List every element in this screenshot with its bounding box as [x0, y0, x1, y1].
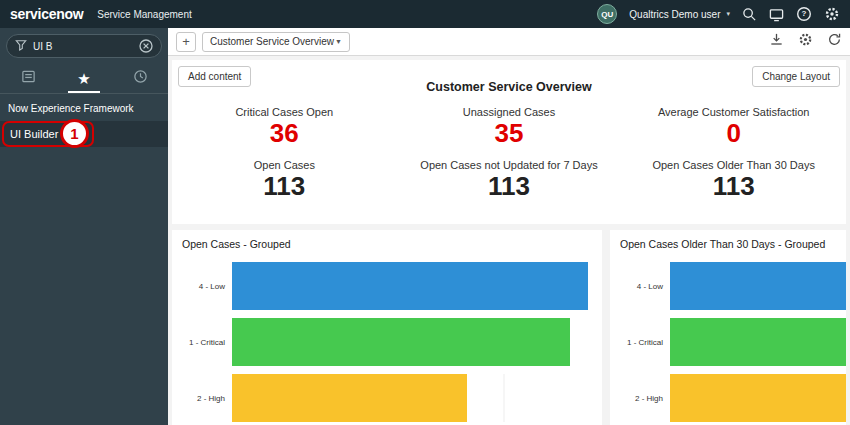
annotation-badge: 1 [60, 119, 89, 148]
kpi-value: 36 [172, 119, 397, 148]
kpi-label: Critical Cases Open [172, 106, 397, 118]
chart-track [232, 262, 594, 310]
bar[interactable] [232, 318, 570, 366]
user-name[interactable]: Qualtrics Demo user [629, 9, 720, 20]
chart-row: 4 - Low [180, 258, 594, 314]
sidebar-item-ui-builder[interactable]: UI Builder ↗ 1 [0, 121, 168, 147]
bar[interactable] [670, 318, 846, 366]
chart-plot-area: 4 - Low1 - Critical2 - High [180, 258, 594, 425]
kpi-value: 0 [621, 119, 846, 148]
category-label: 4 - Low [618, 282, 670, 291]
category-label: 2 - High [618, 394, 670, 403]
chart-track [670, 318, 846, 366]
bar[interactable] [232, 262, 588, 310]
tab-favorites[interactable]: ★ [56, 64, 112, 93]
servicenow-logo[interactable]: servicenow [10, 6, 83, 22]
dashboard-settings-gear-icon[interactable] [798, 32, 813, 51]
logo-now-text: now [56, 6, 83, 22]
search-icon[interactable] [742, 7, 757, 22]
kpi-value: 35 [397, 119, 622, 148]
refresh-icon[interactable] [827, 32, 842, 51]
kpi-label: Open Cases [172, 159, 397, 171]
help-question-glyph: ? [796, 9, 812, 18]
bar[interactable] [670, 262, 846, 310]
clear-search-icon[interactable] [139, 39, 153, 53]
kpi-label: Open Cases Older Than 30 Days [621, 159, 846, 171]
chart-track [232, 318, 594, 366]
kpi-value: 113 [172, 172, 397, 201]
sidebar: ★ Now Experience Framework UI Builder ↗ … [0, 28, 168, 425]
kpi-label: Unassigned Cases [397, 106, 622, 118]
kpi-critical-cases-open[interactable]: Critical Cases Open 36 [172, 106, 397, 148]
chevron-down-icon: ▼ [335, 38, 342, 45]
kpi-unassigned-cases[interactable]: Unassigned Cases 35 [397, 106, 622, 148]
kpi-value: 113 [621, 172, 846, 201]
nav-section-label: Now Experience Framework [0, 94, 168, 121]
category-label: 1 - Critical [180, 338, 232, 347]
kpi-open-cases-not-updated-7-days[interactable]: Open Cases not Updated for 7 Days 113 [397, 159, 622, 201]
chart-row: 1 - Critical [618, 314, 846, 370]
chart-open-cases-older-30-days-grouped: Open Cases Older Than 30 Days - Grouped … [610, 230, 846, 425]
save-dashboard-icon[interactable] [769, 32, 784, 51]
chart-track [670, 374, 846, 422]
chart-track [670, 262, 846, 310]
charts-row: Open Cases - Grouped 4 - Low1 - Critical… [172, 230, 846, 425]
chart-title: Open Cases - Grouped [182, 238, 594, 250]
header-actions: QU Qualtrics Demo user ▾ ? [597, 4, 840, 24]
dashboard-toolbar: + Customer Service Overview ▼ [168, 28, 850, 56]
chart-track [232, 374, 594, 422]
kpi-label: Average Customer Satisfaction [621, 106, 846, 118]
chart-row: 4 - Low [618, 258, 846, 314]
user-menu-caret-icon[interactable]: ▾ [726, 10, 730, 18]
product-name: Service Management [97, 9, 192, 20]
chat-icon[interactable] [769, 7, 784, 22]
change-layout-button[interactable]: Change Layout [752, 66, 840, 87]
add-dashboard-button[interactable]: + [176, 32, 196, 52]
main-area: + Customer Service Overview ▼ Add conten… [168, 28, 850, 425]
filter-icon [15, 37, 27, 55]
kpi-open-cases[interactable]: Open Cases 113 [172, 159, 397, 201]
dashboard-content: Add content Change Layout Customer Servi… [168, 56, 850, 425]
clock-icon [133, 69, 148, 88]
ui-builder-label: UI Builder [10, 128, 58, 140]
add-content-button[interactable]: Add content [178, 66, 251, 87]
sidebar-search-input[interactable] [33, 41, 133, 52]
kpi-label: Open Cases not Updated for 7 Days [397, 159, 622, 171]
sidebar-tabs: ★ [0, 64, 168, 94]
category-label: 2 - High [180, 394, 232, 403]
chart-row: 1 - Critical [180, 314, 594, 370]
chart-open-cases-grouped: Open Cases - Grouped 4 - Low1 - Critical… [172, 230, 602, 425]
star-icon: ★ [77, 71, 90, 86]
kpi-grid: Critical Cases Open 36 Unassigned Cases … [172, 106, 846, 200]
gear-icon[interactable] [824, 6, 840, 22]
kpi-average-customer-satisfaction[interactable]: Average Customer Satisfaction 0 [621, 106, 846, 148]
category-label: 1 - Critical [618, 338, 670, 347]
bar[interactable] [232, 374, 467, 422]
chart-title: Open Cases Older Than 30 Days - Grouped [620, 238, 846, 250]
tab-all-applications[interactable] [0, 64, 56, 93]
chart-row: 2 - High [618, 370, 846, 425]
tab-history[interactable] [112, 64, 168, 93]
top-header: servicenow Service Management QU Qualtri… [0, 0, 850, 28]
kpi-card: Add content Change Layout Customer Servi… [172, 60, 846, 224]
bar[interactable] [670, 374, 846, 422]
kpi-value: 113 [397, 172, 622, 201]
chart-row: 2 - High [180, 370, 594, 425]
kpi-open-cases-older-30-days[interactable]: Open Cases Older Than 30 Days 113 [621, 159, 846, 201]
all-applications-icon [21, 69, 36, 88]
dashboard-title: Customer Service Overview [172, 80, 846, 94]
dashboard-selector-value: Customer Service Overview [210, 36, 334, 47]
chart-plot-area: 4 - Low1 - Critical2 - High [618, 258, 846, 425]
user-avatar[interactable]: QU [597, 4, 617, 24]
dashboard-toolbar-icons [769, 32, 842, 51]
help-icon[interactable]: ? [796, 6, 812, 22]
logo-service-text: service [10, 6, 56, 22]
category-label: 4 - Low [180, 282, 232, 291]
dashboard-selector[interactable]: Customer Service Overview ▼ [202, 32, 350, 52]
servicenow-app: servicenow Service Management QU Qualtri… [0, 0, 850, 425]
sidebar-search[interactable] [6, 34, 162, 58]
